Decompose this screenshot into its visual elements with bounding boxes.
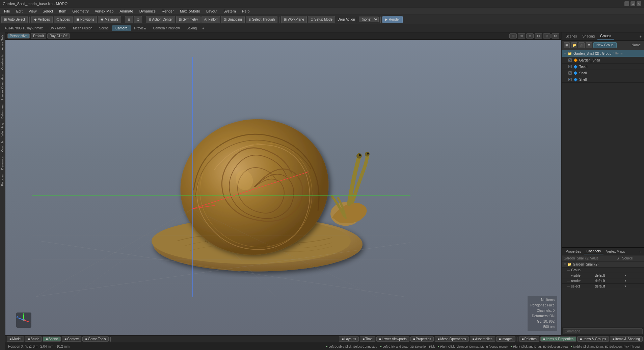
sidebar-tab-deformers[interactable]: Deformers (0, 102, 5, 121)
bottom-items-shading-button[interactable]: ■ Items & Shading (610, 336, 643, 342)
menu-help[interactable]: Help (239, 8, 252, 14)
groups-icon-btn-1[interactable]: ⊞ (564, 42, 570, 48)
menu-item[interactable]: Item (56, 8, 69, 14)
bottom-model-button[interactable]: ■ Model (7, 336, 24, 342)
viewport-icon2[interactable]: ↻ (518, 33, 525, 39)
groups-icon-btn-2[interactable]: 📁 (571, 42, 577, 48)
tab-lay-unmax[interactable]: 481467803:18:lay-unmax (1, 25, 46, 31)
edges-button[interactable]: ⬡ Edges (54, 16, 73, 23)
bottom-images-button[interactable]: ■ Images (496, 336, 515, 342)
bottom-assemblies-button[interactable]: ■ Assemblies (470, 336, 495, 342)
sidebar-tab-constraints[interactable]: Constraints (0, 52, 5, 72)
viewport-icon3[interactable]: ⊕ (526, 33, 534, 39)
minimize-button[interactable]: ─ (624, 1, 629, 6)
tree-item-garden-snail[interactable]: 🔶 Garden_Snail (562, 57, 644, 64)
sidebar-tab-controls[interactable]: Controls (0, 138, 5, 154)
groups-icon-btn-4[interactable]: ⚙ (586, 42, 592, 48)
visibility-check-shell[interactable] (568, 78, 572, 81)
falloff-button[interactable]: ◎ Falloff (202, 16, 220, 23)
tab-add-button[interactable]: + (200, 25, 206, 31)
bottom-brush-button[interactable]: ■ Brush (25, 336, 42, 342)
command-input[interactable] (563, 328, 643, 334)
materials-button[interactable]: ◉ Materials (98, 16, 121, 23)
bottom-scene-button[interactable]: ■ Scene (43, 336, 60, 342)
tab-mesh-fusion[interactable]: Mesh Fusion (70, 25, 96, 31)
menu-select[interactable]: Select (40, 8, 56, 14)
bottom-items-groups-button[interactable]: ■ Items & Groups (577, 336, 609, 342)
bottom-mesh-ops-button[interactable]: ■ Mesh Operations (435, 336, 468, 342)
symmetry-button[interactable]: ⊡ Symmetry (176, 16, 200, 23)
setup-mode-button[interactable]: ⊙ Setup Mode (308, 16, 335, 23)
menu-animate[interactable]: Animate (117, 8, 136, 14)
bottom-items-props-button[interactable]: ■ Items & Properties (540, 336, 576, 342)
falloff-toggle[interactable]: ⊙ (134, 16, 142, 23)
viewport-icon6[interactable]: ⚙ (552, 33, 559, 39)
sidebar-tab-inverse-kinematics[interactable]: Inverse Kinematics (0, 72, 5, 102)
bottom-time-button[interactable]: ■ Time (360, 336, 375, 342)
sidebar-tab-weighting[interactable]: Weighting (0, 121, 5, 139)
tab-camera[interactable]: Camera (112, 25, 131, 31)
menu-render[interactable]: Render (159, 8, 177, 14)
tree-item-teeth[interactable]: 🔷 Teeth (562, 64, 644, 70)
ch-item-visible[interactable]: — visible default ▼ (562, 273, 644, 278)
tab-preview[interactable]: Preview (131, 25, 150, 31)
tab-shading[interactable]: Shading (580, 33, 597, 39)
viewport-icon4[interactable]: ⊟ (535, 33, 542, 39)
menu-vertexmap[interactable]: Vertex Map (92, 8, 116, 14)
menu-view[interactable]: View (26, 8, 39, 14)
render-button[interactable]: ▶ Render (382, 16, 403, 23)
groups-icon-btn-3[interactable]: 🎥 (579, 42, 585, 48)
tab-scene[interactable]: Scene (96, 25, 112, 31)
ch-arrow-render[interactable]: ▼ (624, 279, 642, 282)
polygons-button[interactable]: ▣ Polygons (74, 16, 97, 23)
visibility-check-snail[interactable] (568, 71, 572, 75)
sidebar-tab-active-sets[interactable]: Active Sets (0, 32, 5, 52)
bottom-palettes-button[interactable]: ■ Palettes (519, 336, 539, 342)
tab-baking[interactable]: Baking (183, 25, 200, 31)
tab-camera-preview[interactable]: Camera / Preview (150, 25, 183, 31)
maximize-button[interactable]: □ (630, 1, 635, 6)
viewport-3d[interactable]: x y z (5, 40, 561, 335)
select-through-button[interactable]: ⊗ Select Through (246, 16, 278, 23)
tree-item-snail[interactable]: 🔷 Snail (562, 70, 644, 76)
action-center-button[interactable]: ⊞ Action Center (146, 16, 176, 23)
channels-group-row[interactable]: ▼ 📁 Garden_Snail (2) (562, 261, 644, 268)
bottom-lower-viewports-button[interactable]: ■ Lower Viewports (376, 336, 409, 342)
menu-file[interactable]: File (1, 8, 13, 14)
new-group-button[interactable]: New Group (593, 42, 617, 48)
viewport-area[interactable]: Perspective Default Ray GL: Off ⊞ ↻ ⊕ ⊟ … (5, 32, 561, 335)
sidebar-tab-particles[interactable]: Particles (0, 172, 5, 188)
bottom-properties-button[interactable]: ■ Properties (410, 336, 434, 342)
channels-pin-button[interactable]: + (638, 249, 643, 254)
auto-select-button[interactable]: ⊞ Auto Select (1, 16, 28, 23)
workplane-button[interactable]: ⊞ WorkPlane (281, 16, 307, 23)
menu-system[interactable]: System (221, 8, 239, 14)
viewport-icon5[interactable]: ⊞ (543, 33, 551, 39)
viewport-ray-gl-button[interactable]: Ray GL: Off (47, 33, 70, 39)
viewport-shading-button[interactable]: Default (31, 33, 46, 39)
viewport-icon1[interactable]: ⊞ (509, 33, 517, 39)
ch-arrow-visible[interactable]: ▼ (624, 274, 642, 277)
tree-group-root[interactable]: ▼ 📁 Garden_Snail (2) : Group 4 Items (562, 50, 644, 57)
tab-scenes[interactable]: Scenes (563, 33, 580, 39)
bottom-context-button[interactable]: ■ Context (62, 336, 82, 342)
tree-item-shell[interactable]: 🔷 Shell (562, 76, 644, 83)
ch-item-render[interactable]: — render default ▼ (562, 278, 644, 284)
viewport-perspective-button[interactable]: Perspective (7, 33, 30, 39)
sidebar-tab-dynamics[interactable]: Dynamics (0, 154, 5, 172)
menu-edit[interactable]: Edit (14, 8, 25, 14)
vertices-button[interactable]: ◆ Vertices (31, 16, 53, 23)
visibility-check-teeth[interactable] (568, 65, 572, 68)
bottom-layouts-button[interactable]: ■ Layouts (339, 336, 359, 342)
menu-maxtomodo[interactable]: MaxToModo (177, 8, 203, 14)
tab-groups[interactable]: Groups (597, 33, 614, 40)
ch-arrow-select[interactable]: ▼ (624, 285, 642, 288)
snapping-button[interactable]: ⊠ Snapping (221, 16, 244, 23)
sym-button[interactable]: ⊕ (125, 16, 133, 23)
tab-vertex-maps[interactable]: Vertex Maps (603, 249, 628, 254)
visibility-check-garden-snail[interactable] (568, 58, 572, 62)
bottom-game-tools-button[interactable]: ■ Game Tools (82, 336, 108, 342)
tab-uv-model[interactable]: UV / Model (46, 25, 70, 31)
none-dropdown[interactable]: (none) (359, 17, 379, 22)
rpanel-pin-button[interactable]: + (639, 33, 643, 40)
